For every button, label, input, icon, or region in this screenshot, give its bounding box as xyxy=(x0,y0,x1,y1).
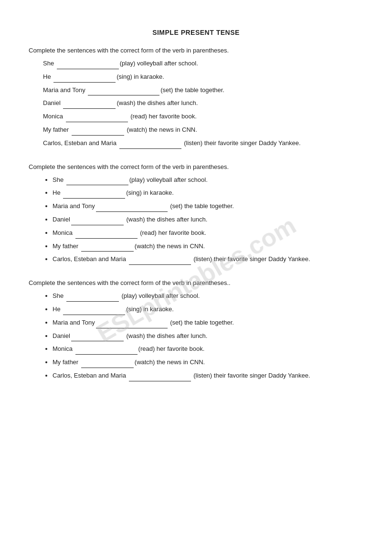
list-item: Daniel (wash) the dishes after lunch. xyxy=(43,98,363,109)
verb-hint: (sing) in karaoke. xyxy=(126,189,174,196)
list-item: Maria and Tony (set) the table together. xyxy=(53,201,363,212)
verb-hint: (listen) their favorite singer Daddy Yan… xyxy=(193,372,310,379)
verb-hint: (read) her favorite book. xyxy=(140,229,206,236)
blank[interactable] xyxy=(96,318,168,328)
blank[interactable] xyxy=(88,85,159,96)
section-3-instruction: Complete the sentences with the correct … xyxy=(29,279,363,286)
blank[interactable] xyxy=(75,228,138,239)
subject: Carlos, Esteban and Maria xyxy=(43,139,117,147)
blank[interactable] xyxy=(66,291,119,302)
subject: Monica xyxy=(53,229,73,236)
subject: Maria and Tony xyxy=(53,202,95,210)
list-item: She (play) volleyball after school. xyxy=(43,59,363,69)
list-item: Daniel (wash) the dishes after lunch. xyxy=(53,215,363,225)
list-item: Carlos, Esteban and Maria (listen) their… xyxy=(53,254,363,265)
blank[interactable] xyxy=(96,201,168,212)
section-2-instruction: Complete the sentences with the correct … xyxy=(29,163,363,170)
list-item: Maria and Tony (set) the table together. xyxy=(53,318,363,328)
subject: Maria and Tony xyxy=(43,86,85,94)
list-item: Maria and Tony (set) the table together. xyxy=(43,85,363,96)
verb-hint: (set) the table together. xyxy=(170,202,234,210)
blank[interactable] xyxy=(66,112,128,122)
blank[interactable] xyxy=(129,254,191,265)
subject: Daniel xyxy=(53,332,70,339)
verb-hint: (wash) the dishes after lunch. xyxy=(117,99,198,106)
subject: He xyxy=(43,73,51,80)
subject: Monica xyxy=(43,113,63,120)
list-item: He (sing) in karaoke. xyxy=(53,305,363,315)
subject: My father xyxy=(53,242,78,250)
list-item: He (sing) in karaoke. xyxy=(53,188,363,199)
verb-hint: (set) the table together. xyxy=(170,319,234,326)
subject: She xyxy=(43,60,54,67)
list-item: Monica (read) her favorite book. xyxy=(53,344,363,355)
blank[interactable] xyxy=(71,331,124,342)
subject: Maria and Tony xyxy=(53,319,95,326)
subject: Carlos, Esteban and Maria xyxy=(53,372,126,379)
list-item: Carlos, Esteban and Maria (listen) their… xyxy=(53,371,363,381)
subject: Monica xyxy=(53,345,73,352)
sentence-list-3: She (play) volleyball after school. He (… xyxy=(29,291,363,381)
list-item: My father (watch) the news in CNN. xyxy=(53,358,363,368)
list-item: My father (watch) the news in CNN. xyxy=(53,242,363,252)
list-item: Daniel (wash) the dishes after lunch. xyxy=(53,331,363,342)
list-item: Monica (read) her favorite book. xyxy=(53,228,363,239)
blank[interactable] xyxy=(57,59,119,69)
blank[interactable] xyxy=(119,138,181,149)
blank[interactable] xyxy=(63,305,125,315)
subject: Daniel xyxy=(43,99,61,106)
sentence-list-2: She (play) volleyball after school. He (… xyxy=(29,175,363,265)
section-1: Complete the sentences with the correct … xyxy=(29,47,363,149)
subject: My father xyxy=(43,126,69,133)
verb-hint: (wash) the dishes after lunch. xyxy=(126,332,207,339)
subject: He xyxy=(53,189,61,196)
blank[interactable] xyxy=(81,358,134,368)
verb-hint: (watch) the news in CNN. xyxy=(135,358,205,366)
section-3: Complete the sentences with the correct … xyxy=(29,279,363,381)
subject: My father xyxy=(53,358,78,366)
verb-hint: (watch) the news in CNN. xyxy=(127,126,197,133)
section-2: Complete the sentences with the correct … xyxy=(29,163,363,265)
list-item: She (play) volleyball after school. xyxy=(53,175,363,186)
verb-hint: (read) her favorite book. xyxy=(138,345,205,352)
list-item: She (play) volleyball after school. xyxy=(53,291,363,302)
verb-hint: (play) volleyball after school. xyxy=(120,60,198,67)
verb-hint: (watch) the news in CNN. xyxy=(135,242,205,250)
blank[interactable] xyxy=(81,242,134,252)
page-title: SIMPLE PRESENT TENSE xyxy=(29,29,363,36)
section-1-instruction: Complete the sentences with the correct … xyxy=(29,47,363,54)
blank[interactable] xyxy=(75,344,138,355)
verb-hint: (play) volleyball after school. xyxy=(129,176,208,183)
list-item: Carlos, Esteban and Maria (listen) their… xyxy=(43,138,363,149)
verb-hint: (read) her favorite book. xyxy=(130,113,197,120)
verb-hint: (sing) in karaoke. xyxy=(126,305,174,313)
blank[interactable] xyxy=(63,98,116,109)
verb-hint: (listen) their favorite singer Daddy Yan… xyxy=(193,255,310,263)
list-item: He (sing) in karaoke. xyxy=(43,72,363,83)
subject: He xyxy=(53,305,61,313)
subject: Daniel xyxy=(53,216,70,223)
subject: Carlos, Esteban and Maria xyxy=(53,255,126,263)
sentence-list-1: She (play) volleyball after school. He (… xyxy=(29,59,363,149)
blank[interactable] xyxy=(63,188,125,199)
verb-hint: (sing) in karaoke. xyxy=(117,73,164,80)
blank[interactable] xyxy=(53,72,116,83)
verb-hint: (wash) the dishes after lunch. xyxy=(126,216,207,223)
subject: She xyxy=(53,292,64,299)
list-item: My father (watch) the news in CNN. xyxy=(43,125,363,136)
verb-hint: (play) volleyball after school. xyxy=(121,292,200,299)
blank[interactable] xyxy=(129,371,191,381)
verb-hint: (set) the table together. xyxy=(160,86,224,94)
blank[interactable] xyxy=(71,215,124,225)
subject: She xyxy=(53,176,64,183)
list-item: Monica (read) her favorite book. xyxy=(43,112,363,122)
verb-hint: (listen) their favorite singer Daddy Yan… xyxy=(184,139,300,147)
blank[interactable] xyxy=(72,125,124,136)
blank[interactable] xyxy=(66,175,128,186)
